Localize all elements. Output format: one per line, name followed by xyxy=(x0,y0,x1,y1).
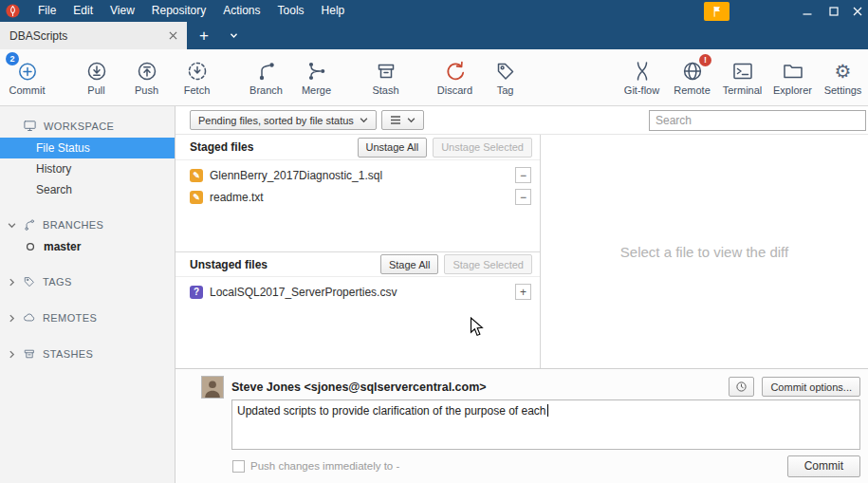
modified-icon xyxy=(190,169,203,182)
sidebar-section-remotes[interactable]: REMOTES xyxy=(0,307,175,329)
previous-messages-button[interactable] xyxy=(729,377,754,397)
gear-icon xyxy=(835,60,852,83)
sourcetree-logo-icon xyxy=(5,3,21,19)
settings-toolbar-button[interactable]: Settings xyxy=(818,52,868,103)
tab-close-icon[interactable] xyxy=(169,31,177,40)
sourcetree-window: File Edit View Repository Actions Tools … xyxy=(0,0,868,483)
new-tab-button[interactable] xyxy=(187,22,221,49)
commit-button[interactable]: Commit xyxy=(787,455,860,477)
commit-toolbar-button[interactable]: 2 Commit xyxy=(2,52,52,103)
staged-files-list: GlennBerry_2017Diagnostic_1.sql readme.t… xyxy=(175,160,540,251)
chevron-down-icon xyxy=(360,116,368,124)
unstaged-file-row[interactable]: LocalSQL2017_ServerProperties.csv xyxy=(175,281,540,303)
chevron-down-icon xyxy=(230,31,238,40)
push-immediately-label: Push changes immediately to - xyxy=(250,460,787,472)
stage-file-button[interactable] xyxy=(515,284,531,300)
file-name: GlennBerry_2017Diagnostic_1.sql xyxy=(210,169,382,182)
search-input[interactable] xyxy=(649,110,866,131)
menu-repository[interactable]: Repository xyxy=(143,0,214,22)
commit-panel: Steve Jones <sjones@sqlservercentral.com… xyxy=(175,368,868,483)
untracked-icon xyxy=(190,286,203,299)
sidebar-item-file-status[interactable]: File Status xyxy=(0,138,175,158)
branch-toolbar-button[interactable]: Branch xyxy=(241,52,291,103)
pull-icon xyxy=(85,60,108,83)
stage-selected-button[interactable]: Stage Selected xyxy=(444,254,532,274)
list-icon xyxy=(390,115,401,125)
chevron-right-icon xyxy=(8,314,16,323)
terminal-toolbar-button[interactable]: Terminal xyxy=(717,52,767,103)
menu-view[interactable]: View xyxy=(102,0,143,22)
fetch-toolbar-button[interactable]: Fetch xyxy=(172,52,222,103)
commit-message-text: Updated scripts to provide clarification… xyxy=(237,404,546,418)
discard-icon xyxy=(444,60,467,83)
unstage-file-button[interactable] xyxy=(515,167,531,183)
terminal-icon xyxy=(731,60,754,83)
unstage-file-button[interactable] xyxy=(515,189,531,205)
staged-files-title: Staged files xyxy=(190,140,352,154)
push-toolbar-button[interactable]: Push xyxy=(121,52,172,103)
stash-icon xyxy=(375,60,397,83)
unstage-all-button[interactable]: Unstage All xyxy=(358,138,428,158)
sidebar-section-tags[interactable]: TAGS xyxy=(0,270,175,293)
commit-author: Steve Jones <sjones@sqlservercentral.com… xyxy=(231,381,721,394)
sidebar-item-history[interactable]: History xyxy=(0,158,175,179)
sidebar-section-stashes[interactable]: STASHES xyxy=(0,343,175,365)
branch-icon xyxy=(255,60,278,83)
minimize-icon xyxy=(803,7,812,16)
sidebar-section-workspace[interactable]: WORKSPACE xyxy=(0,114,175,138)
tab-dropdown-button[interactable] xyxy=(221,22,246,49)
explorer-toolbar-button[interactable]: Explorer xyxy=(767,52,818,103)
fetch-icon xyxy=(186,60,209,83)
commit-options-button[interactable]: Commit options... xyxy=(762,377,860,397)
staged-files-header: Staged files Unstage All Unstage Selecte… xyxy=(175,135,540,160)
menu-tools[interactable]: Tools xyxy=(269,0,313,22)
feedback-flag-button[interactable] xyxy=(704,2,729,21)
title-bar: File Edit View Repository Actions Tools … xyxy=(0,0,868,22)
remote-toolbar-button[interactable]: ! Remote xyxy=(667,52,717,103)
discard-toolbar-button[interactable]: Discard xyxy=(430,52,480,103)
workspace-icon xyxy=(23,119,37,133)
filter-bar: Pending files, sorted by file status xyxy=(175,106,868,135)
view-options-button[interactable] xyxy=(381,110,424,130)
tab-title: DBAScripts xyxy=(9,29,169,43)
sidebar-section-branches[interactable]: BRANCHES xyxy=(0,214,175,236)
maximize-button[interactable] xyxy=(821,0,847,22)
stage-all-button[interactable]: Stage All xyxy=(380,254,438,274)
menu-file[interactable]: File xyxy=(29,0,65,22)
commit-count-badge: 2 xyxy=(6,52,19,65)
menu-actions[interactable]: Actions xyxy=(214,0,268,22)
merge-toolbar-button[interactable]: Merge xyxy=(291,52,342,103)
staged-file-row[interactable]: readme.txt xyxy=(175,186,540,208)
pending-files-sort-dropdown[interactable]: Pending files, sorted by file status xyxy=(190,110,377,130)
commit-message-input[interactable]: Updated scripts to provide clarification… xyxy=(231,399,860,450)
push-immediately-checkbox[interactable] xyxy=(232,460,245,473)
tag-toolbar-button[interactable]: Tag xyxy=(480,52,530,103)
menu-help[interactable]: Help xyxy=(313,0,354,22)
main-toolbar: 2 Commit Pull Push xyxy=(0,49,868,106)
sidebar-item-master-branch[interactable]: master xyxy=(0,236,175,257)
gitflow-toolbar-button[interactable]: Git-flow xyxy=(617,52,667,103)
stash-toolbar-button[interactable]: Stash xyxy=(360,52,411,103)
close-button[interactable] xyxy=(847,0,868,22)
pull-toolbar-button[interactable]: Pull xyxy=(71,52,121,103)
branch-dot-icon xyxy=(25,241,36,252)
file-name: LocalSQL2017_ServerProperties.csv xyxy=(210,286,397,299)
diff-panel: Select a file to view the diff xyxy=(541,135,868,368)
merge-icon xyxy=(305,60,328,83)
staged-file-row[interactable]: GlennBerry_2017Diagnostic_1.sql xyxy=(175,164,540,186)
maximize-icon xyxy=(829,7,839,16)
minimize-button[interactable] xyxy=(794,0,821,22)
chevron-right-icon xyxy=(8,350,16,359)
tab-dbascripts[interactable]: DBAScripts xyxy=(0,22,187,49)
modified-icon xyxy=(190,191,203,204)
avatar xyxy=(201,376,224,399)
unstage-selected-button[interactable]: Unstage Selected xyxy=(433,138,532,158)
unstaged-files-header: Unstaged files Stage All Stage Selected xyxy=(175,251,540,277)
diff-placeholder-text: Select a file to view the diff xyxy=(620,244,788,260)
sidebar: WORKSPACE File Status History Search BRA… xyxy=(0,106,175,483)
tab-bar: DBAScripts xyxy=(0,22,868,49)
remotes-cloud-icon xyxy=(23,311,36,325)
sidebar-item-search[interactable]: Search xyxy=(0,179,175,200)
menu-edit[interactable]: Edit xyxy=(65,0,102,22)
commit-icon xyxy=(16,60,39,83)
